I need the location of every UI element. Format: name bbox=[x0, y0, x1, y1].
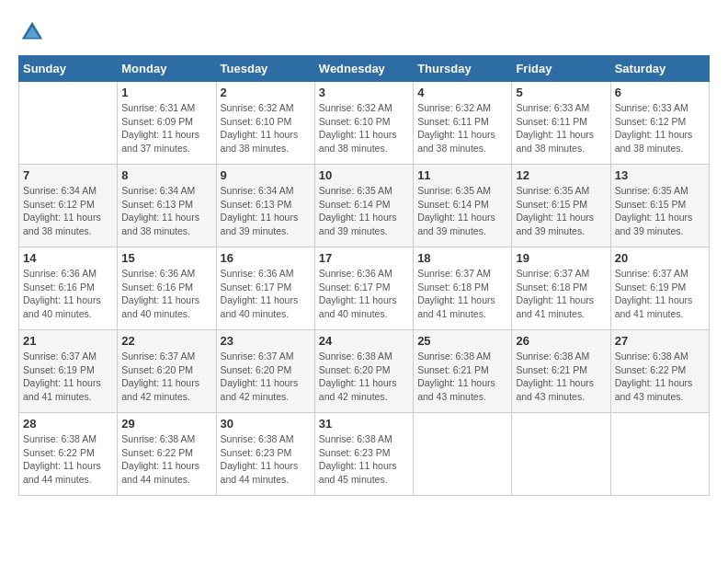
day-info: Sunrise: 6:38 AM Sunset: 6:23 PM Dayligh… bbox=[319, 432, 409, 487]
day-number: 14 bbox=[23, 251, 113, 265]
day-info: Sunrise: 6:34 AM Sunset: 6:13 PM Dayligh… bbox=[121, 184, 211, 238]
calendar-cell: 16Sunrise: 6:36 AM Sunset: 6:17 PM Dayli… bbox=[216, 247, 314, 330]
header-day-tuesday: Tuesday bbox=[216, 56, 314, 82]
day-info: Sunrise: 6:36 AM Sunset: 6:16 PM Dayligh… bbox=[23, 267, 113, 321]
day-info: Sunrise: 6:33 AM Sunset: 6:12 PM Dayligh… bbox=[615, 101, 705, 155]
calendar-cell: 5Sunrise: 6:33 AM Sunset: 6:11 PM Daylig… bbox=[512, 82, 610, 165]
calendar-cell: 24Sunrise: 6:38 AM Sunset: 6:20 PM Dayli… bbox=[314, 330, 413, 413]
calendar-cell: 11Sunrise: 6:35 AM Sunset: 6:14 PM Dayli… bbox=[414, 165, 512, 247]
day-info: Sunrise: 6:32 AM Sunset: 6:10 PM Dayligh… bbox=[319, 101, 409, 155]
day-info: Sunrise: 6:38 AM Sunset: 6:23 PM Dayligh… bbox=[221, 432, 311, 487]
day-info: Sunrise: 6:36 AM Sunset: 6:17 PM Dayligh… bbox=[319, 267, 409, 321]
calendar-cell: 21Sunrise: 6:37 AM Sunset: 6:19 PM Dayli… bbox=[19, 330, 118, 413]
day-info: Sunrise: 6:37 AM Sunset: 6:19 PM Dayligh… bbox=[615, 267, 705, 321]
day-info: Sunrise: 6:32 AM Sunset: 6:10 PM Dayligh… bbox=[221, 101, 311, 155]
header-day-saturday: Saturday bbox=[610, 56, 709, 82]
calendar-cell: 19Sunrise: 6:37 AM Sunset: 6:18 PM Dayli… bbox=[512, 247, 610, 330]
day-info: Sunrise: 6:32 AM Sunset: 6:11 PM Dayligh… bbox=[417, 101, 507, 155]
day-number: 28 bbox=[23, 417, 113, 431]
day-number: 13 bbox=[615, 168, 705, 182]
calendar-cell: 25Sunrise: 6:38 AM Sunset: 6:21 PM Dayli… bbox=[414, 330, 512, 413]
day-number: 3 bbox=[319, 86, 409, 99]
day-number: 7 bbox=[23, 168, 113, 182]
header-day-wednesday: Wednesday bbox=[314, 56, 413, 82]
calendar-cell: 14Sunrise: 6:36 AM Sunset: 6:16 PM Dayli… bbox=[19, 247, 118, 330]
day-info: Sunrise: 6:37 AM Sunset: 6:20 PM Dayligh… bbox=[121, 350, 211, 404]
day-number: 4 bbox=[417, 86, 507, 99]
calendar-week-5: 28Sunrise: 6:38 AM Sunset: 6:22 PM Dayli… bbox=[19, 413, 710, 496]
day-number: 24 bbox=[319, 334, 409, 348]
calendar-cell: 4Sunrise: 6:32 AM Sunset: 6:11 PM Daylig… bbox=[414, 82, 512, 165]
calendar-week-4: 21Sunrise: 6:37 AM Sunset: 6:19 PM Dayli… bbox=[19, 330, 710, 413]
day-number: 30 bbox=[221, 417, 311, 431]
day-info: Sunrise: 6:35 AM Sunset: 6:14 PM Dayligh… bbox=[319, 184, 409, 238]
day-info: Sunrise: 6:38 AM Sunset: 6:21 PM Dayligh… bbox=[417, 350, 507, 404]
day-number: 15 bbox=[121, 251, 211, 265]
day-number: 10 bbox=[319, 168, 409, 182]
day-number: 29 bbox=[121, 417, 211, 431]
day-number: 1 bbox=[121, 86, 211, 99]
calendar-cell bbox=[610, 413, 709, 496]
day-number: 5 bbox=[516, 86, 606, 99]
calendar-cell: 13Sunrise: 6:35 AM Sunset: 6:15 PM Dayli… bbox=[610, 165, 709, 247]
day-number: 8 bbox=[121, 168, 211, 182]
logo-icon bbox=[18, 18, 46, 46]
calendar-cell: 9Sunrise: 6:34 AM Sunset: 6:13 PM Daylig… bbox=[216, 165, 314, 247]
calendar-cell: 7Sunrise: 6:34 AM Sunset: 6:12 PM Daylig… bbox=[19, 165, 118, 247]
header-day-friday: Friday bbox=[512, 56, 610, 82]
day-info: Sunrise: 6:35 AM Sunset: 6:15 PM Dayligh… bbox=[615, 184, 705, 238]
calendar-cell: 6Sunrise: 6:33 AM Sunset: 6:12 PM Daylig… bbox=[610, 82, 709, 165]
day-number: 12 bbox=[516, 168, 606, 182]
day-info: Sunrise: 6:38 AM Sunset: 6:21 PM Dayligh… bbox=[516, 350, 606, 404]
calendar-cell: 3Sunrise: 6:32 AM Sunset: 6:10 PM Daylig… bbox=[314, 82, 413, 165]
calendar-cell: 23Sunrise: 6:37 AM Sunset: 6:20 PM Dayli… bbox=[216, 330, 314, 413]
day-number: 26 bbox=[516, 334, 606, 348]
calendar-table: SundayMondayTuesdayWednesdayThursdayFrid… bbox=[18, 55, 710, 496]
day-number: 19 bbox=[516, 251, 606, 265]
day-info: Sunrise: 6:38 AM Sunset: 6:22 PM Dayligh… bbox=[121, 432, 211, 487]
day-info: Sunrise: 6:31 AM Sunset: 6:09 PM Dayligh… bbox=[121, 101, 211, 155]
day-number: 27 bbox=[615, 334, 705, 348]
logo bbox=[18, 18, 50, 46]
calendar-cell: 28Sunrise: 6:38 AM Sunset: 6:22 PM Dayli… bbox=[19, 413, 118, 496]
calendar-week-2: 7Sunrise: 6:34 AM Sunset: 6:12 PM Daylig… bbox=[19, 165, 710, 247]
calendar-cell: 27Sunrise: 6:38 AM Sunset: 6:22 PM Dayli… bbox=[610, 330, 709, 413]
calendar-cell: 18Sunrise: 6:37 AM Sunset: 6:18 PM Dayli… bbox=[414, 247, 512, 330]
calendar-cell: 31Sunrise: 6:38 AM Sunset: 6:23 PM Dayli… bbox=[314, 413, 413, 496]
day-number: 18 bbox=[417, 251, 507, 265]
day-number: 16 bbox=[221, 251, 311, 265]
calendar-cell: 17Sunrise: 6:36 AM Sunset: 6:17 PM Dayli… bbox=[314, 247, 413, 330]
calendar-cell: 10Sunrise: 6:35 AM Sunset: 6:14 PM Dayli… bbox=[314, 165, 413, 247]
calendar-cell: 29Sunrise: 6:38 AM Sunset: 6:22 PM Dayli… bbox=[118, 413, 216, 496]
calendar-cell: 1Sunrise: 6:31 AM Sunset: 6:09 PM Daylig… bbox=[118, 82, 216, 165]
calendar-cell bbox=[512, 413, 610, 496]
calendar-week-1: 1Sunrise: 6:31 AM Sunset: 6:09 PM Daylig… bbox=[19, 82, 710, 165]
day-number: 31 bbox=[319, 417, 409, 431]
day-number: 9 bbox=[221, 168, 311, 182]
day-info: Sunrise: 6:34 AM Sunset: 6:13 PM Dayligh… bbox=[221, 184, 311, 238]
calendar-week-3: 14Sunrise: 6:36 AM Sunset: 6:16 PM Dayli… bbox=[19, 247, 710, 330]
day-info: Sunrise: 6:35 AM Sunset: 6:14 PM Dayligh… bbox=[417, 184, 507, 238]
day-info: Sunrise: 6:38 AM Sunset: 6:22 PM Dayligh… bbox=[23, 432, 113, 487]
day-number: 22 bbox=[121, 334, 211, 348]
day-info: Sunrise: 6:37 AM Sunset: 6:18 PM Dayligh… bbox=[516, 267, 606, 321]
calendar-cell: 12Sunrise: 6:35 AM Sunset: 6:15 PM Dayli… bbox=[512, 165, 610, 247]
day-info: Sunrise: 6:37 AM Sunset: 6:18 PM Dayligh… bbox=[417, 267, 507, 321]
calendar-cell: 15Sunrise: 6:36 AM Sunset: 6:16 PM Dayli… bbox=[118, 247, 216, 330]
calendar-cell: 8Sunrise: 6:34 AM Sunset: 6:13 PM Daylig… bbox=[118, 165, 216, 247]
calendar-cell: 20Sunrise: 6:37 AM Sunset: 6:19 PM Dayli… bbox=[610, 247, 709, 330]
day-number: 11 bbox=[417, 168, 507, 182]
calendar-cell bbox=[19, 82, 118, 165]
day-number: 20 bbox=[615, 251, 705, 265]
calendar-body: 1Sunrise: 6:31 AM Sunset: 6:09 PM Daylig… bbox=[19, 82, 710, 496]
day-number: 6 bbox=[615, 86, 705, 99]
calendar-cell: 22Sunrise: 6:37 AM Sunset: 6:20 PM Dayli… bbox=[118, 330, 216, 413]
calendar-cell: 30Sunrise: 6:38 AM Sunset: 6:23 PM Dayli… bbox=[216, 413, 314, 496]
day-number: 25 bbox=[417, 334, 507, 348]
calendar-cell: 26Sunrise: 6:38 AM Sunset: 6:21 PM Dayli… bbox=[512, 330, 610, 413]
header-row: SundayMondayTuesdayWednesdayThursdayFrid… bbox=[19, 56, 710, 82]
day-number: 21 bbox=[23, 334, 113, 348]
day-info: Sunrise: 6:38 AM Sunset: 6:22 PM Dayligh… bbox=[615, 350, 705, 404]
day-number: 23 bbox=[221, 334, 311, 348]
calendar-cell: 2Sunrise: 6:32 AM Sunset: 6:10 PM Daylig… bbox=[216, 82, 314, 165]
